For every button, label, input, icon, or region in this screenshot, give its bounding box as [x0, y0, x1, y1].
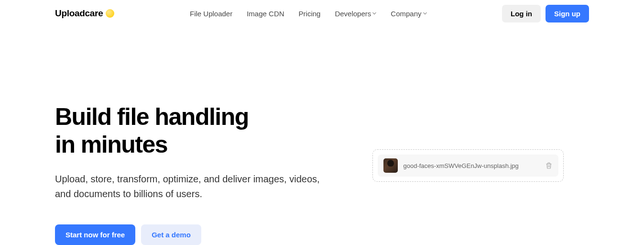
- logo[interactable]: Uploadcare: [55, 8, 114, 19]
- chevron-down-icon: [372, 11, 376, 15]
- nav-developers[interactable]: Developers: [335, 10, 376, 18]
- hero-content: Build file handling in minutes Upload, s…: [55, 103, 322, 245]
- hero-visual: good-faces-xmSWVeGEnJw-unsplash.jpg: [322, 103, 589, 245]
- nav-file-uploader[interactable]: File Uploader: [190, 10, 232, 18]
- nav-label: Pricing: [299, 10, 321, 18]
- get-demo-button[interactable]: Get a demo: [141, 224, 201, 245]
- hero-title-line1: Build file handling: [55, 103, 249, 130]
- upload-widget: good-faces-xmSWVeGEnJw-unsplash.jpg: [372, 149, 564, 182]
- nav-image-cdn[interactable]: Image CDN: [247, 10, 284, 18]
- logo-icon: [106, 9, 114, 18]
- signup-button[interactable]: Sign up: [546, 5, 589, 22]
- main-nav: File Uploader Image CDN Pricing Develope…: [190, 10, 427, 18]
- login-button[interactable]: Log in: [502, 5, 541, 22]
- nav-label: Company: [391, 10, 421, 18]
- nav-pricing[interactable]: Pricing: [299, 10, 321, 18]
- site-header: Uploadcare File Uploader Image CDN Prici…: [0, 0, 644, 27]
- start-free-button[interactable]: Start now for free: [55, 224, 135, 245]
- nav-label: File Uploader: [190, 10, 232, 18]
- nav-label: Image CDN: [247, 10, 284, 18]
- hero-section: Build file handling in minutes Upload, s…: [0, 103, 644, 245]
- trash-icon[interactable]: [545, 162, 553, 169]
- hero-title: Build file handling in minutes: [55, 103, 322, 158]
- logo-text: Uploadcare: [55, 8, 103, 19]
- hero-subtitle: Upload, store, transform, optimize, and …: [55, 172, 322, 201]
- auth-buttons: Log in Sign up: [502, 5, 589, 22]
- nav-label: Developers: [335, 10, 371, 18]
- file-thumbnail: [383, 158, 398, 173]
- hero-title-line2: in minutes: [55, 131, 167, 158]
- hero-cta-group: Start now for free Get a demo: [55, 224, 322, 245]
- upload-item: good-faces-xmSWVeGEnJw-unsplash.jpg: [378, 155, 558, 177]
- chevron-down-icon: [423, 11, 427, 15]
- file-name: good-faces-xmSWVeGEnJw-unsplash.jpg: [404, 162, 539, 169]
- nav-company[interactable]: Company: [391, 10, 426, 18]
